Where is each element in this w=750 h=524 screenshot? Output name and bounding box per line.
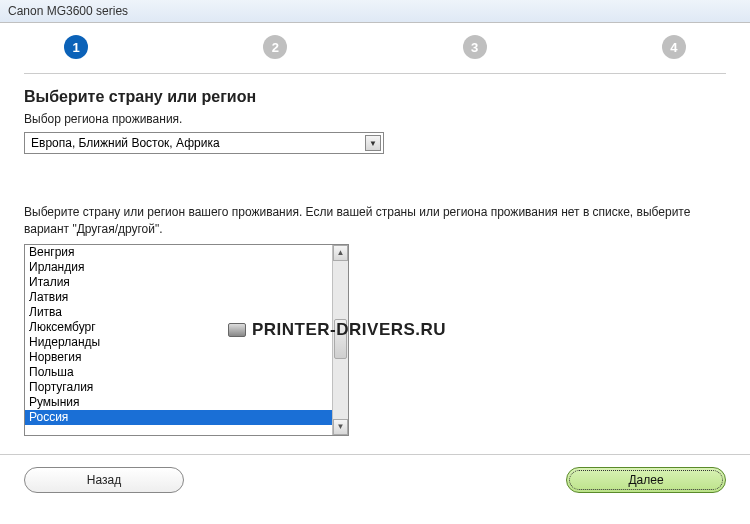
scrollbar[interactable]: ▲ ▼: [332, 245, 348, 435]
footer: Назад Далее: [0, 455, 750, 505]
back-button[interactable]: Назад: [24, 467, 184, 493]
scroll-thumb[interactable]: [334, 319, 347, 359]
region-dropdown[interactable]: Европа, Ближний Восток, Африка ▼: [24, 132, 384, 154]
step-4: 4: [662, 35, 686, 59]
list-item[interactable]: Румыния: [25, 395, 332, 410]
list-item[interactable]: Люксембург: [25, 320, 332, 335]
list-item[interactable]: Италия: [25, 275, 332, 290]
window-titlebar: Canon MG3600 series: [0, 0, 750, 23]
list-item[interactable]: Ирландия: [25, 260, 332, 275]
step-2: 2: [263, 35, 287, 59]
list-item[interactable]: Польша: [25, 365, 332, 380]
next-button[interactable]: Далее: [566, 467, 726, 493]
step-indicator: 1 2 3 4: [24, 23, 726, 74]
page-heading: Выберите страну или регион: [24, 88, 726, 106]
list-item[interactable]: Литва: [25, 305, 332, 320]
chevron-down-icon: ▼: [365, 135, 381, 151]
scroll-down-icon[interactable]: ▼: [333, 419, 348, 435]
region-dropdown-value: Европа, Ближний Восток, Африка: [31, 136, 220, 150]
window-title: Canon MG3600 series: [8, 4, 128, 18]
list-item[interactable]: Португалия: [25, 380, 332, 395]
list-item[interactable]: Норвегия: [25, 350, 332, 365]
list-item[interactable]: Латвия: [25, 290, 332, 305]
country-listbox[interactable]: ВенгрияИрландияИталияЛатвияЛитваЛюксембу…: [24, 244, 349, 436]
step-3: 3: [463, 35, 487, 59]
list-item[interactable]: Нидерланды: [25, 335, 332, 350]
scroll-up-icon[interactable]: ▲: [333, 245, 348, 261]
instruction-text: Выберите страну или регион вашего прожив…: [24, 204, 726, 238]
next-button-label: Далее: [628, 473, 663, 487]
list-item[interactable]: Венгрия: [25, 245, 332, 260]
step-1: 1: [64, 35, 88, 59]
back-button-label: Назад: [87, 473, 121, 487]
region-label: Выбор региона проживания.: [24, 112, 726, 126]
list-item[interactable]: Россия: [25, 410, 332, 425]
